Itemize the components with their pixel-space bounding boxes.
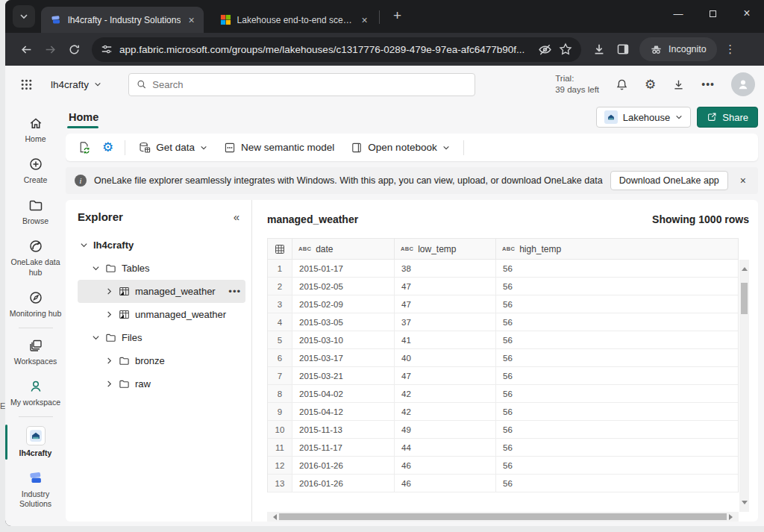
minimize-button[interactable]: — xyxy=(661,8,695,19)
side-panel-icon[interactable] xyxy=(613,39,633,60)
table-row[interactable]: 122016-01-264656 xyxy=(268,457,738,475)
nav-item-browse[interactable]: Browse xyxy=(5,191,66,232)
tree-item-raw[interactable]: raw xyxy=(78,372,245,395)
column-header-low-temp[interactable]: ABC low_temp xyxy=(395,239,496,259)
lakehouse-settings-button[interactable]: ⚙ xyxy=(98,137,118,158)
person-icon xyxy=(28,378,43,395)
nav-item-create[interactable]: Create xyxy=(5,150,66,191)
table-row[interactable]: 92015-04-124256 xyxy=(268,403,738,421)
eye-slash-icon[interactable] xyxy=(538,43,552,57)
close-window-button[interactable]: × xyxy=(730,7,764,20)
more-options-icon[interactable]: ••• xyxy=(701,78,715,90)
downloads-icon[interactable] xyxy=(589,39,610,60)
tree-item-managed-weather[interactable]: managed_weather ••• xyxy=(78,280,245,303)
nav-item-monitoring-hub[interactable]: Monitoring hub xyxy=(5,284,66,325)
table-row[interactable]: 132016-01-264656 xyxy=(268,475,738,492)
forward-button[interactable] xyxy=(40,39,60,60)
new-semantic-model-button[interactable]: New semantic model xyxy=(217,137,341,158)
scroll-left-icon[interactable] xyxy=(270,514,277,520)
vertical-scroll-thumb[interactable] xyxy=(741,283,748,314)
nav-item-workspaces[interactable]: Workspaces xyxy=(5,331,66,372)
tab-search-button[interactable] xyxy=(13,5,35,28)
back-button[interactable] xyxy=(16,39,37,60)
nav-item-onelake-data-hub[interactable]: OneLake data hub xyxy=(5,232,66,283)
scroll-down-icon[interactable] xyxy=(742,501,748,507)
site-settings-icon[interactable] xyxy=(101,43,113,55)
search-input[interactable] xyxy=(152,79,467,90)
row-number: 2 xyxy=(268,278,292,295)
table-row[interactable]: 52015-03-104156 xyxy=(268,331,738,349)
nav-divider xyxy=(19,416,53,417)
horizontal-scroll-thumb[interactable] xyxy=(279,513,727,520)
scroll-up-icon[interactable] xyxy=(742,264,748,271)
browser-tab-inactive[interactable]: Lakehouse end-to-end scenario × xyxy=(211,7,377,33)
nav-item-industry-solutions[interactable]: Industry Solutions xyxy=(5,464,66,515)
share-button[interactable]: Share xyxy=(697,107,758,128)
chevron-right-icon[interactable] xyxy=(104,380,113,388)
scroll-right-icon[interactable] xyxy=(729,514,736,520)
notifications-bell-icon[interactable] xyxy=(616,78,628,91)
table-row[interactable]: 22015-02-054756 xyxy=(268,278,738,295)
browser-menu-icon[interactable]: ⋮ xyxy=(723,43,738,56)
table-row[interactable]: 62015-03-174056 xyxy=(268,349,738,367)
tab-home[interactable]: Home xyxy=(67,111,100,123)
table-row[interactable]: 102015-11-134956 xyxy=(268,421,738,439)
bookmark-star-icon[interactable] xyxy=(559,43,572,56)
table-row[interactable]: 82015-04-024256 xyxy=(268,385,738,403)
row-number: 3 xyxy=(268,295,292,313)
tree-item-root[interactable]: lh4crafty xyxy=(78,234,245,257)
get-data-button[interactable]: Get data xyxy=(132,137,214,158)
banner-close-icon[interactable]: × xyxy=(736,175,751,187)
nav-item-home[interactable]: Home xyxy=(5,109,66,150)
column-header-date[interactable]: ABC date xyxy=(292,239,395,259)
workspace-switcher[interactable]: lh4crafty xyxy=(51,79,101,90)
new-tab-button[interactable]: + xyxy=(388,6,407,25)
chevron-right-icon[interactable] xyxy=(104,357,113,365)
share-label: Share xyxy=(722,112,748,123)
grid-corner-cell[interactable] xyxy=(268,239,292,259)
tree-item-tables[interactable]: Tables xyxy=(78,257,245,280)
chevron-down-icon[interactable] xyxy=(91,264,100,272)
tree-label: bronze xyxy=(135,355,165,366)
chevron-right-icon[interactable] xyxy=(104,287,113,295)
table-row[interactable]: 32015-02-094756 xyxy=(268,295,738,313)
download-onelake-app-button[interactable]: Download OneLake app xyxy=(610,171,728,190)
tree-item-unmanaged-weather[interactable]: unmanaged_weather xyxy=(78,303,245,326)
info-icon: i xyxy=(75,175,87,187)
tab-close-icon[interactable]: × xyxy=(187,14,195,26)
item-type-dropdown[interactable]: Lakehouse xyxy=(596,107,692,128)
item-more-options-icon[interactable]: ••• xyxy=(228,286,241,297)
settings-gear-icon[interactable]: ⚙ xyxy=(645,78,656,91)
browser-tab-active[interactable]: lh4crafty - Industry Solutions × xyxy=(41,7,204,33)
tree-item-bronze[interactable]: bronze xyxy=(78,349,245,372)
maximize-button[interactable] xyxy=(695,8,730,19)
nav-item-my-workspace[interactable]: My workspace xyxy=(5,372,66,413)
tree-item-files[interactable]: Files xyxy=(78,326,245,349)
reload-button[interactable] xyxy=(63,39,84,60)
open-notebook-button[interactable]: Open notebook xyxy=(344,137,456,158)
address-bar[interactable]: app.fabric.microsoft.com/groups/me/lakeh… xyxy=(92,37,581,62)
tab-close-icon[interactable]: × xyxy=(360,14,369,26)
download-app-icon[interactable] xyxy=(672,78,685,91)
collapse-panel-icon[interactable]: « xyxy=(234,210,245,223)
incognito-badge[interactable]: Incognito xyxy=(639,37,717,61)
left-nav-rail: Home Create Browse OneLake data hub Moni… xyxy=(5,103,66,526)
global-search[interactable] xyxy=(128,73,475,96)
tree-label: Files xyxy=(122,332,142,343)
table-row[interactable]: 42015-03-053756 xyxy=(268,313,738,331)
table-row[interactable]: 112015-11-174456 xyxy=(268,439,738,457)
chevron-right-icon[interactable] xyxy=(104,310,113,319)
chevron-down-icon[interactable] xyxy=(91,334,100,342)
home-icon xyxy=(28,115,43,131)
nav-item-lh4crafty[interactable]: lh4crafty xyxy=(5,420,66,464)
refresh-item-button[interactable] xyxy=(73,137,95,158)
vertical-scrollbar[interactable] xyxy=(739,260,749,512)
table-row[interactable]: 72015-03-214756 xyxy=(268,367,738,385)
account-avatar[interactable] xyxy=(731,72,755,96)
horizontal-scrollbar[interactable] xyxy=(267,512,739,522)
column-header-high-temp[interactable]: ABC high_temp xyxy=(496,239,738,259)
table-row[interactable]: 12015-01-173856 xyxy=(268,260,738,278)
waffle-menu-icon[interactable] xyxy=(20,78,33,91)
cell: 56 xyxy=(496,349,738,366)
chevron-down-icon[interactable] xyxy=(79,241,88,249)
